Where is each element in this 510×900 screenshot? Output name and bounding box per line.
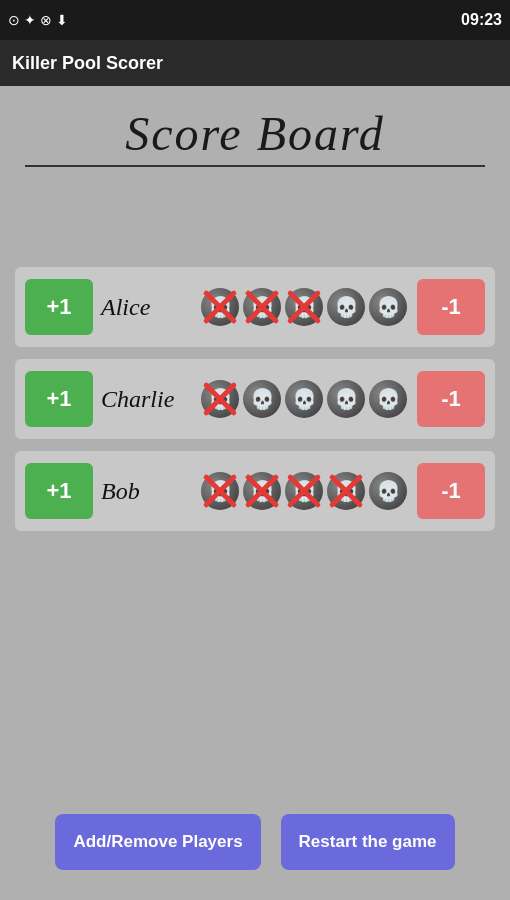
skull-icon: 💀 (250, 297, 275, 317)
skull-icon: 💀 (208, 297, 233, 317)
skull-icon: 💀 (334, 297, 359, 317)
players-container: +1 Alice 💀 💀 💀 💀 💀 -1 +1 Charlie 💀 💀 💀 💀… (15, 267, 495, 531)
minus-button-charlie[interactable]: -1 (417, 371, 485, 427)
skull-icon: 💀 (376, 481, 401, 501)
skull-icon: 💀 (376, 297, 401, 317)
lives-charlie: 💀 💀 💀 💀 💀 (199, 380, 409, 418)
life-ball: 💀 (201, 288, 239, 326)
restart-game-button[interactable]: Restart the game (281, 814, 455, 870)
life-ball: 💀 (201, 472, 239, 510)
life-ball: 💀 (285, 288, 323, 326)
skull-icon: 💀 (292, 389, 317, 409)
title-bar: Killer Pool Scorer (0, 40, 510, 86)
add-remove-players-button[interactable]: Add/Remove Players (55, 814, 260, 870)
plus-button-bob[interactable]: +1 (25, 463, 93, 519)
plus-button-charlie[interactable]: +1 (25, 371, 93, 427)
life-ball: 💀 (369, 380, 407, 418)
skull-icon: 💀 (334, 481, 359, 501)
bottom-buttons: Add/Remove Players Restart the game (0, 814, 510, 870)
skull-icon: 💀 (250, 481, 275, 501)
life-ball: 💀 (369, 472, 407, 510)
status-icon-4: ⬇ (56, 12, 68, 28)
player-row-bob: +1 Bob 💀 💀 💀 💀 💀 -1 (15, 451, 495, 531)
scoreboard-title: Score Board (125, 106, 385, 161)
plus-button-alice[interactable]: +1 (25, 279, 93, 335)
status-icon-2: ✦ (24, 12, 36, 28)
minus-button-bob[interactable]: -1 (417, 463, 485, 519)
player-row-charlie: +1 Charlie 💀 💀 💀 💀 💀 -1 (15, 359, 495, 439)
status-time: 09:23 (461, 11, 502, 29)
skull-icon: 💀 (292, 297, 317, 317)
life-ball: 💀 (285, 380, 323, 418)
player-name-charlie: Charlie (101, 386, 191, 413)
player-name-bob: Bob (101, 478, 191, 505)
app-title: Killer Pool Scorer (12, 53, 163, 74)
life-ball: 💀 (327, 380, 365, 418)
skull-icon: 💀 (376, 389, 401, 409)
lives-alice: 💀 💀 💀 💀 💀 (199, 288, 409, 326)
skull-icon: 💀 (292, 481, 317, 501)
status-bar: ⊙ ✦ ⊗ ⬇ 09:23 (0, 0, 510, 40)
life-ball: 💀 (243, 472, 281, 510)
lives-bob: 💀 💀 💀 💀 💀 (199, 472, 409, 510)
skull-icon: 💀 (208, 481, 233, 501)
life-ball: 💀 (369, 288, 407, 326)
main-content: Score Board +1 Alice 💀 💀 💀 💀 💀 -1 +1 Cha… (0, 86, 510, 900)
life-ball: 💀 (285, 472, 323, 510)
life-ball: 💀 (243, 288, 281, 326)
life-ball: 💀 (243, 380, 281, 418)
skull-icon: 💀 (208, 389, 233, 409)
player-name-alice: Alice (101, 294, 191, 321)
minus-button-alice[interactable]: -1 (417, 279, 485, 335)
life-ball: 💀 (327, 472, 365, 510)
status-icon-1: ⊙ (8, 12, 20, 28)
title-underline (25, 165, 485, 167)
skull-icon: 💀 (334, 389, 359, 409)
status-icon-3: ⊗ (40, 12, 52, 28)
life-ball: 💀 (327, 288, 365, 326)
skull-icon: 💀 (250, 389, 275, 409)
player-row-alice: +1 Alice 💀 💀 💀 💀 💀 -1 (15, 267, 495, 347)
life-ball: 💀 (201, 380, 239, 418)
status-icons-left: ⊙ ✦ ⊗ ⬇ (8, 12, 68, 28)
